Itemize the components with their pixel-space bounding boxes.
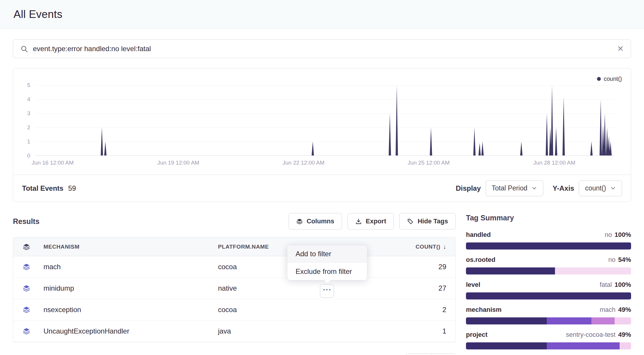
tag-top-percent: 49% [618, 331, 631, 339]
tag-bar-segment [547, 317, 591, 324]
tag-bar-segment [547, 342, 619, 349]
y-tick-label: 3 [13, 110, 31, 117]
y-tick-label: 4 [13, 96, 31, 103]
page-header: All Events [0, 0, 644, 29]
all-events-page: All Events ✕ count() 5 4 3 2 1 0 [0, 0, 644, 355]
results-actions: Columns Export Hide Tags [289, 213, 456, 230]
previous-page-button[interactable] [406, 354, 431, 355]
chart-x-axis: Jun 16 12:00 AM Jun 19 12:00 AM Jun 22 1… [35, 160, 615, 168]
menu-item-add-to-filter[interactable]: Add to filter [287, 245, 367, 263]
y-tick-label: 1 [13, 138, 31, 145]
search-icon [20, 45, 28, 53]
spike-series [35, 85, 615, 155]
y-axis-label: Y-Axis [553, 184, 574, 192]
cell-count: 29 [382, 263, 455, 271]
tag-top-percent: 100% [615, 281, 631, 289]
sort-descending-icon: ↓ [443, 243, 446, 250]
cell-platform: cocoa [214, 306, 382, 314]
tag-name: level [466, 281, 480, 289]
events-chart-panel: count() 5 4 3 2 1 0 Jun 16 12:00 AM Jun … [13, 68, 631, 202]
tag-bar-segment [466, 292, 631, 299]
table-row: minidump native 27 [13, 278, 455, 299]
cell-actions-button[interactable]: ⋯ [320, 284, 334, 298]
layers-icon [23, 306, 30, 314]
results-section: Results Columns Export Hide Tags [13, 213, 631, 355]
tag-block-level: level fatal 100% [466, 281, 631, 299]
cell-mechanism: nsexception [40, 306, 214, 314]
tag-bar-segment [466, 342, 547, 349]
columns-button[interactable]: Columns [289, 213, 342, 230]
results-header: Results Columns Export Hide Tags [13, 213, 456, 230]
x-tick-label: Jun 19 12:00 AM [157, 160, 199, 166]
results-main: Results Columns Export Hide Tags [13, 213, 456, 355]
column-header-mechanism[interactable]: MECHANISM [40, 244, 214, 250]
search-input[interactable] [33, 45, 612, 53]
table-row: UncaughtExceptionHandler java 1 [13, 321, 455, 342]
chart-y-axis: 5 4 3 2 1 0 [13, 85, 31, 156]
layers-icon [296, 218, 303, 225]
page-content: ✕ count() 5 4 3 2 1 0 Jun 16 [0, 39, 644, 355]
hide-tags-button[interactable]: Hide Tags [399, 213, 456, 230]
legend-label: count() [604, 76, 622, 82]
count-header-label: COUNT() [415, 244, 440, 250]
cell-mechanism: minidump [40, 284, 214, 292]
columns-button-label: Columns [307, 217, 334, 225]
x-tick-label: Jun 25 12:00 AM [408, 160, 450, 166]
tag-summary-title: Tag Summary [466, 214, 631, 222]
layers-icon [23, 284, 30, 292]
tag-block-handled: handled no 100% [466, 231, 631, 249]
y-tick-label: 5 [13, 82, 31, 88]
tag-top-percent: 54% [618, 256, 631, 264]
download-icon [355, 218, 362, 225]
row-layers-icon [13, 263, 40, 271]
tag-bar-segment [591, 317, 615, 324]
tag-name: project [466, 331, 487, 339]
tag-summary: Tag Summary handled no 100% os.rooted [466, 213, 631, 355]
x-tick-label: Jun 16 12:00 AM [32, 160, 74, 166]
tag-distribution-bar [466, 342, 631, 349]
hide-tags-button-label: Hide Tags [417, 217, 448, 225]
tag-name: os.rooted [466, 256, 495, 264]
tag-top-value: mach [600, 306, 616, 314]
chart-footer: Total Events 59 Display Total Period Y-A… [13, 175, 631, 202]
row-layers-icon [13, 327, 40, 335]
x-tick-label: Jun 22 12:00 AM [283, 160, 325, 166]
tag-bar-segment [615, 317, 631, 324]
tag-name: handled [466, 231, 491, 239]
cell-count: 27 [382, 284, 455, 292]
tag-icon [407, 218, 414, 225]
tag-top-value: fatal [600, 281, 612, 289]
cell-platform: native [214, 284, 382, 292]
tag-block-os-rooted: os.rooted no 54% [466, 256, 631, 274]
search-bar: ✕ [13, 39, 631, 58]
tag-top-percent: 100% [615, 231, 631, 239]
tag-bar-segment [466, 267, 555, 274]
tag-distribution-bar [466, 242, 631, 249]
layers-icon [23, 263, 30, 271]
table-header-layers-icon [13, 243, 40, 251]
chevron-down-icon [531, 185, 537, 191]
cell-actions-menu: Add to filter Exclude from filter [287, 245, 367, 280]
export-button[interactable]: Export [348, 213, 394, 230]
display-dropdown[interactable]: Total Period [486, 180, 543, 196]
cell-count: 1 [382, 327, 455, 335]
tag-top-value: no [605, 231, 612, 239]
tag-distribution-bar [466, 267, 631, 274]
tag-top-value: no [608, 256, 615, 264]
tag-block-mechanism: mechanism mach 49% [466, 306, 631, 324]
cell-count: 2 [382, 306, 455, 314]
y-tick-label: 2 [13, 124, 31, 131]
total-events-value: 59 [68, 184, 76, 192]
display-dropdown-value: Total Period [492, 184, 527, 192]
clear-search-button[interactable]: ✕ [617, 45, 624, 53]
tag-name: mechanism [466, 306, 502, 314]
column-header-count[interactable]: COUNT() ↓ [382, 243, 455, 250]
y-axis-dropdown[interactable]: count() [579, 180, 622, 196]
table-header-row: MECHANISM PLATFORM.NAME COUNT() ↓ [13, 237, 455, 256]
total-events-label: Total Events [22, 184, 63, 192]
next-page-button[interactable] [431, 354, 456, 355]
tag-bar-segment [466, 242, 631, 249]
pagination [406, 354, 456, 355]
layers-icon [23, 243, 30, 251]
layers-icon [23, 327, 30, 335]
